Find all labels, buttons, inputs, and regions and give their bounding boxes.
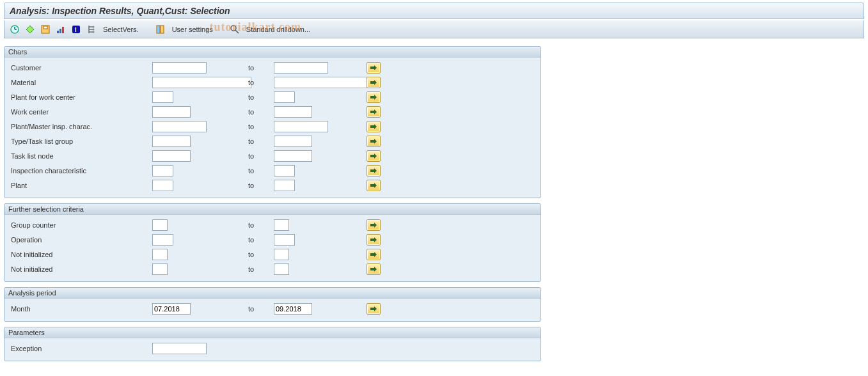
to-input[interactable] [274,121,328,132]
to-input[interactable] [274,180,295,191]
field-label: Not initialized [8,251,152,258]
standard-drilldown-icon[interactable] [228,23,241,36]
svg-marker-3 [26,26,34,33]
form-row: Group counterto [8,217,537,232]
info-icon[interactable]: i [70,23,83,36]
multiple-selection-button[interactable] [367,136,381,147]
to-label: to [248,167,274,175]
from-input[interactable] [152,136,191,147]
user-settings-button[interactable]: User settings [170,26,216,33]
group-params-header: Parameters [4,327,541,338]
multiple-selection-button[interactable] [367,234,381,246]
user-settings-cols-icon[interactable] [154,23,167,36]
form-row: Work centerto [8,104,537,119]
group-chars: Chars CustomertoMaterialtoPlant for work… [4,46,541,198]
from-input[interactable] [152,303,191,315]
form-row: Inspection characteristicto [8,163,537,178]
multiple-selection-button[interactable] [367,219,381,231]
to-input[interactable] [274,219,289,231]
svg-marker-35 [370,306,377,311]
to-label: to [248,108,274,116]
save-variant-icon[interactable] [39,23,52,36]
svg-rect-7 [59,29,61,33]
form-row: Plant for work centerto [8,90,537,104]
svg-rect-6 [57,31,59,33]
from-input[interactable] [152,343,207,354]
execute-icon[interactable] [8,23,21,36]
to-label: to [248,152,274,160]
multiple-selection-button[interactable] [367,303,381,315]
group-chars-body: CustomertoMaterialtoPlant for work cente… [4,58,541,198]
from-input[interactable] [152,180,173,191]
from-input[interactable] [152,77,251,88]
multiple-selection-button[interactable] [367,91,381,103]
to-input[interactable] [274,77,373,88]
svg-marker-33 [370,252,377,257]
to-input[interactable] [274,150,312,162]
field-label: Type/Task list group [8,137,152,145]
to-input[interactable] [274,165,295,176]
multiple-selection-button[interactable] [367,165,381,176]
svg-text:i: i [75,26,77,33]
to-input[interactable] [274,91,295,103]
from-input[interactable] [152,165,173,176]
multiple-selection-button[interactable] [367,62,381,74]
form-row: Type/Task list groupto [8,134,537,148]
svg-marker-29 [370,168,377,173]
group-params-body: Exception [4,338,541,361]
field-label: Operation [8,236,152,244]
from-input[interactable] [152,91,173,103]
from-input[interactable] [152,234,173,246]
from-input[interactable] [152,249,168,260]
to-input[interactable] [274,249,289,260]
svg-rect-5 [43,26,47,29]
multiple-selection-button[interactable] [367,263,381,275]
field-label: Inspection characteristic [8,167,152,175]
multiple-selection-button[interactable] [367,180,381,191]
to-label: to [248,123,274,130]
to-label: to [248,236,274,244]
from-input[interactable] [152,263,168,275]
select-vers-tree-icon[interactable] [85,23,98,36]
multiple-selection-button[interactable] [367,121,381,132]
svg-marker-26 [370,124,377,129]
svg-marker-22 [370,65,377,70]
form-row: Customerto [8,60,537,75]
execute-select-icon[interactable] [24,23,36,36]
field-label: Exception [8,345,152,352]
from-input[interactable] [152,219,168,231]
standard-drilldown-button[interactable]: Standard drilldown... [244,26,313,33]
svg-marker-31 [370,223,377,228]
open-variant-icon[interactable] [54,23,67,36]
field-label: Plant for work center [8,93,152,101]
field-label: Plant/Master insp. charac. [8,123,152,130]
svg-point-16 [93,28,95,30]
to-input[interactable] [274,263,289,275]
group-period-body: Monthto [4,299,541,321]
multiple-selection-button[interactable] [367,249,381,260]
multiple-selection-button[interactable] [367,150,381,162]
field-label: Task list node [8,152,152,160]
to-label: to [248,251,274,258]
to-input[interactable] [274,303,312,315]
to-input[interactable] [274,136,312,147]
group-further: Further selection criteria Group counter… [4,203,541,282]
field-label: Material [8,79,152,86]
from-input[interactable] [152,150,191,162]
from-input[interactable] [152,106,191,118]
field-label: Plant [8,182,152,189]
form-row: Not initializedto [8,247,537,262]
to-label: to [248,64,274,72]
to-input[interactable] [274,106,312,118]
from-input[interactable] [152,121,207,132]
multiple-selection-button[interactable] [367,106,381,118]
form-row: Plant/Master insp. charac.to [8,119,537,134]
multiple-selection-button[interactable] [367,77,381,88]
to-label: to [248,93,274,101]
group-chars-header: Chars [4,47,541,58]
to-input[interactable] [274,234,295,246]
from-input[interactable] [152,62,207,74]
form-row: Exception [8,341,537,356]
to-input[interactable] [274,62,328,74]
select-vers-button[interactable]: SelectVers. [100,26,141,33]
